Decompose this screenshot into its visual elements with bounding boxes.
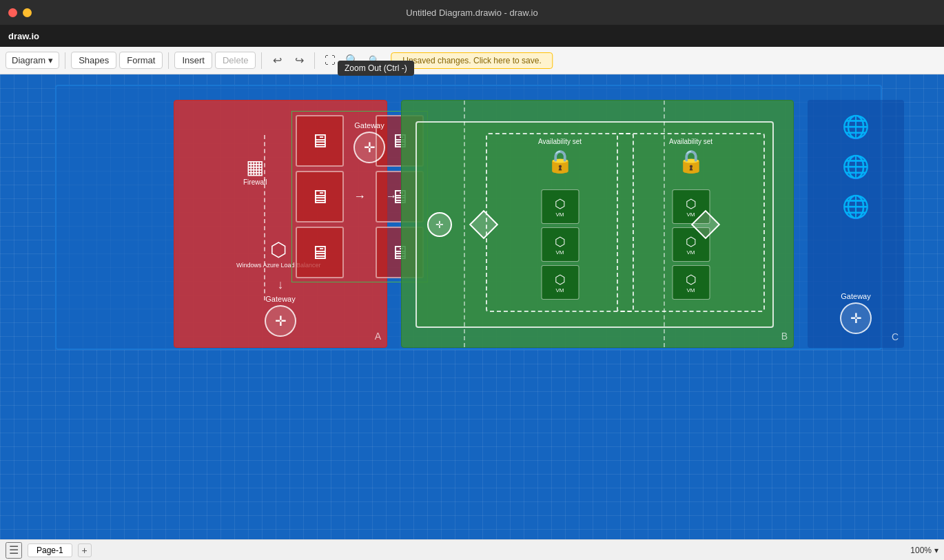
toolbar-separator-4 — [314, 52, 315, 69]
format-button[interactable]: Format — [119, 52, 163, 69]
window-title: Untitled Diagram.drawio - draw.io — [406, 8, 537, 18]
redo-button[interactable]: ↪ — [289, 51, 309, 70]
arrow-out-a: → — [386, 190, 397, 203]
canvas[interactable]: ▦ Firewall ⬡ Windows Azure Load Balancer… — [0, 74, 944, 539]
section-c: 🌐 🌐 🌐 Gateway ✛ C — [808, 100, 904, 348]
globe-2: 🌐 — [842, 154, 870, 180]
globe-3: 🌐 — [842, 194, 870, 220]
toolbar-separator-1 — [65, 52, 65, 69]
dashed-line-b1 — [464, 101, 465, 347]
vm-2: ⬡ VM — [541, 227, 579, 262]
gateway-a-icon: ✛ — [265, 305, 296, 337]
close-button[interactable] — [8, 8, 17, 17]
vm-3: ⬡ VM — [541, 265, 579, 300]
vm-group-left: ⬡ VM ⬡ VM ⬡ VM — [541, 189, 579, 300]
vm-6: ⬡ VM — [672, 265, 710, 300]
diagram-chevron-icon: ▾ — [48, 55, 53, 65]
availability-set-right: Availability set 🔒 ⬡ VM ⬡ — [617, 133, 765, 312]
zoom-level: 100% — [910, 546, 932, 555]
lock-icon-right: 🔒 — [677, 148, 705, 174]
monitor-1: 🖥 — [296, 115, 344, 167]
window-controls — [8, 8, 32, 17]
gateway-a-component: Gateway ✛ — [265, 295, 296, 337]
toolbar: Diagram ▾ Shapes Format Insert Delete ↩ … — [0, 47, 944, 74]
zoom-out-button[interactable]: 🔍 — [365, 51, 384, 70]
diagram-label: Diagram — [12, 55, 45, 65]
zoom-chevron-icon: ▾ — [934, 546, 938, 555]
lock-icon-left: 🔒 — [546, 148, 574, 174]
delete-button: Delete — [215, 52, 256, 69]
add-page-button[interactable]: + — [78, 543, 92, 557]
availability-set-left: Availability set 🔒 ⬡ VM ⬡ — [486, 133, 634, 312]
dashed-line-b2 — [664, 101, 665, 347]
insert-button[interactable]: Insert — [174, 52, 212, 69]
gateway-c-label: Gateway — [840, 292, 872, 300]
app-logo: draw.io — [8, 31, 39, 41]
minimize-button[interactable] — [23, 8, 32, 17]
bottombar: ☰ Page-1 + 100% ▾ — [0, 539, 944, 560]
monitor-2: 🖥 — [296, 171, 344, 222]
monitor-3: 🖥 — [296, 227, 344, 278]
globe-icons: 🌐 🌐 🌐 — [808, 100, 904, 220]
unsaved-banner[interactable]: Unsaved changes. Click here to save. — [391, 52, 553, 69]
gateway-b-icon: ✛ — [353, 132, 385, 163]
down-arrow-a: ↓ — [278, 278, 284, 292]
gateway-a-label: Gateway — [265, 295, 296, 303]
cross-node-mid-right — [695, 214, 716, 235]
gateway-b-component: Gateway ✛ — [353, 121, 385, 163]
avail-set-right-label: Availability set — [669, 138, 712, 145]
section-b-label: B — [781, 331, 788, 342]
page-tab[interactable]: Page-1 — [28, 543, 72, 557]
main-diagram-container: ▦ Firewall ⬡ Windows Azure Load Balancer… — [55, 85, 882, 350]
inner-availability-container: Availability set 🔒 ⬡ VM ⬡ — [415, 121, 774, 328]
menu-button[interactable]: ☰ — [6, 542, 22, 559]
cross-node-mid-left — [473, 214, 494, 235]
toolbar-separator-3 — [261, 52, 262, 69]
vm-1: ⬡ VM — [541, 189, 579, 224]
cross-node-left: ✛ — [427, 212, 452, 237]
app-header: draw.io — [0, 25, 944, 47]
toolbar-separator-2 — [168, 52, 169, 69]
fit-icon: ⛶ — [325, 54, 336, 67]
zoom-in-button[interactable]: 🔍 — [342, 51, 362, 70]
main-canvas: ▦ Firewall ⬡ Windows Azure Load Balancer… — [0, 74, 944, 539]
avail-set-left-label: Availability set — [538, 138, 582, 145]
redo-icon: ↪ — [295, 54, 304, 67]
globe-1: 🌐 — [842, 114, 870, 140]
gateway-c-component: Gateway ✛ — [840, 292, 872, 334]
fit-button[interactable]: ⛶ — [320, 51, 340, 70]
diagram-menu[interactable]: Diagram ▾ — [6, 52, 59, 69]
undo-button[interactable]: ↩ — [267, 51, 287, 70]
gateway-b-label: Gateway — [353, 121, 385, 129]
gateway-c-icon: ✛ — [840, 302, 872, 334]
monitor-group-left: 🖥 🖥 🖥 — [296, 115, 344, 278]
zoom-display: 100% ▾ — [910, 546, 938, 555]
section-a-label: A — [375, 331, 381, 342]
shapes-button[interactable]: Shapes — [71, 52, 116, 69]
undo-icon: ↩ — [273, 54, 282, 67]
titlebar: Untitled Diagram.drawio - draw.io — [0, 0, 944, 25]
zoom-in-icon: 🔍 — [345, 54, 359, 67]
section-c-label: C — [892, 331, 899, 342]
section-b: Availability set 🔒 ⬡ VM ⬡ — [401, 100, 794, 348]
vm-group-right: ⬡ VM ⬡ VM ⬡ VM — [672, 189, 710, 300]
dashed-line-a — [264, 135, 265, 300]
zoom-out-icon: 🔍 — [369, 55, 380, 65]
